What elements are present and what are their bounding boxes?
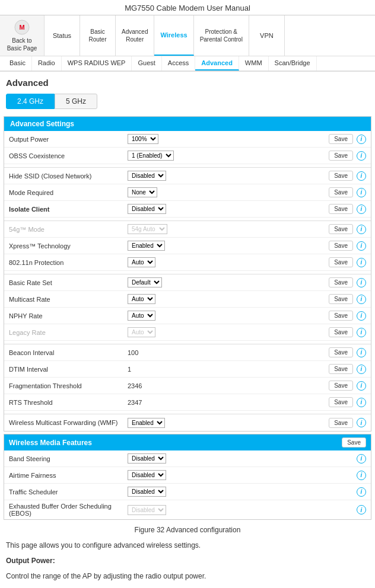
nav-basic-router[interactable]: BasicRouter bbox=[80, 15, 116, 56]
save-frag-threshold[interactable]: Save bbox=[329, 381, 353, 391]
wireless-media-header: Wireless Media Features bbox=[9, 439, 342, 447]
label-ebos: Exhausted Buffer Order Scheduling (EBOS) bbox=[9, 503, 128, 517]
select-nphy-rate[interactable]: Auto bbox=[128, 311, 155, 321]
body-text-1: This page allows you to configure advanc… bbox=[0, 538, 375, 553]
top-nav: M Back toBasic Page Status BasicRouter A… bbox=[0, 15, 375, 56]
sub-nav-wmm[interactable]: WMM bbox=[239, 56, 269, 71]
save-basic-rate-set[interactable]: Save bbox=[329, 277, 353, 287]
label-xpress: Xpress™ Technology bbox=[9, 242, 128, 250]
label-band-steering: Band Steering bbox=[9, 455, 128, 462]
freq-tab-2ghz[interactable]: 2.4 GHz bbox=[6, 94, 55, 109]
select-hide-ssid[interactable]: Disabled bbox=[128, 171, 166, 181]
info-beacon-interval[interactable]: i bbox=[357, 348, 366, 357]
freq-tab-5ghz[interactable]: 5 GHz bbox=[55, 94, 97, 109]
save-rts-threshold[interactable]: Save bbox=[329, 397, 353, 407]
nav-back[interactable]: M Back toBasic Page bbox=[0, 15, 45, 56]
value-obss: 1 (Enabled) bbox=[128, 151, 329, 161]
info-frag-threshold[interactable]: i bbox=[357, 381, 366, 391]
nav-basic-router-label: BasicRouter bbox=[88, 28, 106, 43]
save-54g-mode[interactable]: Save bbox=[329, 224, 353, 234]
motorola-logo: M bbox=[14, 19, 30, 36]
row-dtim-interval: DTIM Interval 1 Save i bbox=[4, 361, 371, 378]
select-band-steering[interactable]: Disabled bbox=[128, 453, 166, 464]
select-ebos[interactable]: Disabled bbox=[128, 505, 166, 515]
nav-status[interactable]: Status bbox=[45, 15, 80, 56]
info-nphy-rate[interactable]: i bbox=[357, 311, 366, 321]
label-hide-ssid: Hide SSID (Closed Network) bbox=[9, 172, 128, 180]
info-ebos[interactable]: i bbox=[357, 505, 366, 514]
sub-nav-access[interactable]: Access bbox=[162, 56, 195, 71]
figure-caption: Figure 32 Advanced configuration bbox=[0, 526, 375, 534]
save-80211n[interactable]: Save bbox=[329, 257, 353, 267]
nav-wireless[interactable]: Wireless bbox=[154, 15, 193, 56]
info-isolate-client[interactable]: i bbox=[357, 204, 366, 214]
value-legacy-rate: Auto bbox=[128, 327, 329, 337]
info-legacy-rate[interactable]: i bbox=[357, 328, 366, 337]
info-airtime-fairness[interactable]: i bbox=[357, 471, 366, 480]
select-80211n[interactable]: Auto bbox=[128, 257, 155, 267]
info-54g-mode[interactable]: i bbox=[357, 225, 366, 234]
select-output-power[interactable]: 100% bbox=[128, 134, 158, 144]
nav-advanced-router[interactable]: AdvancedRouter bbox=[116, 15, 154, 56]
save-obss[interactable]: Save bbox=[329, 151, 353, 161]
select-basic-rate-set[interactable]: Default bbox=[128, 277, 162, 287]
select-obss[interactable]: 1 (Enabled) bbox=[128, 151, 174, 161]
info-xpress[interactable]: i bbox=[357, 241, 366, 251]
info-hide-ssid[interactable]: i bbox=[357, 171, 366, 181]
save-wmf[interactable]: Save bbox=[329, 418, 353, 428]
sub-nav-basic[interactable]: Basic bbox=[4, 56, 32, 71]
info-80211n[interactable]: i bbox=[357, 258, 366, 267]
save-isolate-client[interactable]: Save bbox=[329, 204, 353, 214]
save-nphy-rate[interactable]: Save bbox=[329, 311, 353, 321]
page-title: MG7550 Cable Modem User Manual bbox=[0, 0, 375, 15]
save-beacon-interval[interactable]: Save bbox=[329, 347, 353, 357]
label-multicast-rate: Multicast Rate bbox=[9, 296, 128, 303]
info-rts-threshold[interactable]: i bbox=[357, 398, 366, 407]
info-band-steering[interactable]: i bbox=[357, 454, 366, 464]
row-beacon-interval: Beacon Interval 100 Save i bbox=[4, 344, 371, 361]
select-isolate-client[interactable]: Disabled bbox=[128, 204, 166, 214]
save-legacy-rate[interactable]: Save bbox=[329, 327, 353, 337]
sub-nav-advanced[interactable]: Advanced bbox=[195, 56, 239, 71]
save-hide-ssid[interactable]: Save bbox=[329, 171, 353, 181]
row-obss: OBSS Coexistence 1 (Enabled) Save i bbox=[4, 148, 371, 164]
info-mode-required[interactable]: i bbox=[357, 188, 366, 197]
value-hide-ssid: Disabled bbox=[128, 171, 329, 181]
info-obss[interactable]: i bbox=[357, 151, 366, 161]
wireless-media-container: Wireless Media Features Save Band Steeri… bbox=[4, 434, 371, 520]
select-legacy-rate[interactable]: Auto bbox=[128, 327, 155, 337]
info-wmf[interactable]: i bbox=[357, 418, 366, 427]
save-xpress[interactable]: Save bbox=[329, 241, 353, 251]
row-mode-required: Mode Required None Save i bbox=[4, 184, 371, 201]
select-54g-mode[interactable]: 54g Auto bbox=[128, 224, 167, 234]
sub-nav-scan-bridge[interactable]: Scan/Bridge bbox=[269, 56, 317, 71]
info-multicast-rate[interactable]: i bbox=[357, 295, 366, 304]
info-output-power[interactable]: i bbox=[357, 135, 366, 144]
advanced-settings-container: Advanced Settings Output Power 100% Save… bbox=[4, 116, 371, 432]
value-54g-mode: 54g Auto bbox=[128, 224, 329, 234]
info-traffic-scheduler[interactable]: i bbox=[357, 487, 366, 497]
row-wmf: Wireless Multicast Forwarding (WMF) Enab… bbox=[4, 414, 371, 431]
label-airtime-fairness: Airtime Fairness bbox=[9, 472, 128, 479]
select-wmf[interactable]: Enabled bbox=[128, 418, 165, 428]
save-wireless-media[interactable]: Save bbox=[342, 437, 366, 448]
sub-nav-guest[interactable]: Guest bbox=[132, 56, 161, 71]
nav-vpn[interactable]: VPN bbox=[249, 15, 285, 56]
wireless-media-header-row: Wireless Media Features Save bbox=[4, 434, 371, 450]
info-basic-rate-set[interactable]: i bbox=[357, 278, 366, 287]
sub-nav-wps[interactable]: WPS RADIUS WEP bbox=[62, 56, 132, 71]
nav-protection[interactable]: Protection &Parental Control bbox=[194, 15, 249, 56]
select-xpress[interactable]: Enabled bbox=[128, 241, 165, 251]
save-mode-required[interactable]: Save bbox=[329, 187, 353, 197]
save-output-power[interactable]: Save bbox=[329, 134, 353, 144]
select-traffic-scheduler[interactable]: Disabled bbox=[128, 487, 166, 497]
select-airtime-fairness[interactable]: Disabled bbox=[128, 470, 166, 480]
select-multicast-rate[interactable]: Auto bbox=[128, 294, 155, 304]
save-dtim-interval[interactable]: Save bbox=[329, 364, 353, 374]
info-dtim-interval[interactable]: i bbox=[357, 365, 366, 374]
label-dtim-interval: DTIM Interval bbox=[9, 366, 128, 373]
save-multicast-rate[interactable]: Save bbox=[329, 294, 353, 304]
value-basic-rate-set: Default bbox=[128, 277, 329, 287]
select-mode-required[interactable]: None bbox=[128, 187, 157, 197]
sub-nav-radio[interactable]: Radio bbox=[32, 56, 62, 71]
